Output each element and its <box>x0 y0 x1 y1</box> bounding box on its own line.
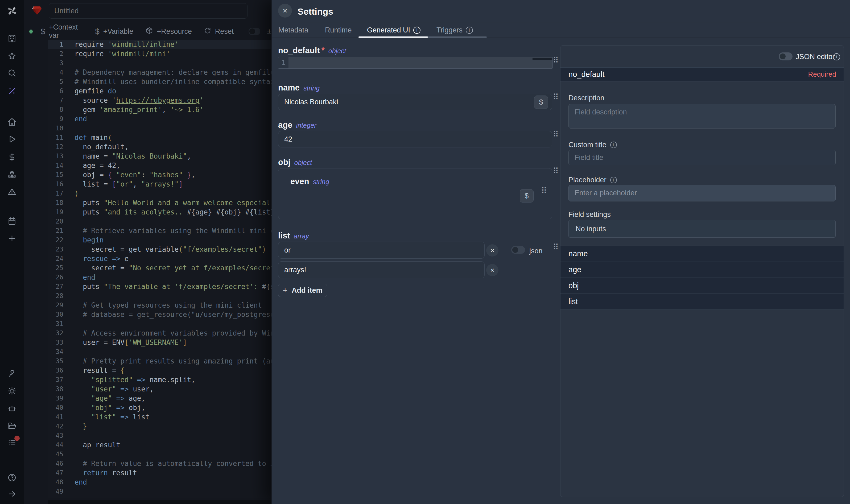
code-line: 27 puts "The variable at 'f/examples/sec… <box>48 282 295 291</box>
search-icon[interactable] <box>7 68 17 77</box>
plus-icon: + <box>283 286 287 295</box>
drag-handle-icon[interactable]: ⠿ <box>553 130 559 138</box>
list-item-input-0[interactable] <box>278 241 485 259</box>
add-resource-button[interactable]: +Resource <box>145 26 192 36</box>
field-row-name[interactable]: name <box>560 246 844 262</box>
field-row-age[interactable]: age <box>560 262 844 278</box>
insert-variable-button[interactable]: $ <box>520 189 533 202</box>
add-context-var-button[interactable]: $ +Context var <box>41 23 83 40</box>
status-dot <box>29 30 33 34</box>
field-label-name: name string <box>278 83 320 93</box>
diff-toggle[interactable] <box>249 28 260 35</box>
add-resource-label: +Resource <box>157 28 192 36</box>
bot-icon[interactable] <box>7 404 17 413</box>
list-item-input-1[interactable] <box>278 261 485 278</box>
home-icon[interactable] <box>7 118 17 126</box>
json-toggle-label: json <box>529 247 543 255</box>
arrow-right-icon[interactable] <box>7 489 17 499</box>
code-line: 48end <box>48 478 295 487</box>
code-line: 6gemfile do <box>48 87 295 96</box>
plus-icon[interactable] <box>7 234 17 243</box>
no-default-object-editor[interactable]: 1 <box>278 57 553 69</box>
drag-handle-icon[interactable]: ⠿ <box>553 243 559 251</box>
tab-generated-ui[interactable]: Generated UI i <box>367 26 420 34</box>
drag-handle-icon[interactable]: ⠿ <box>553 167 559 175</box>
dollar-icon[interactable] <box>7 153 17 162</box>
custom-title-label: Custom title i <box>568 141 617 149</box>
reset-icon <box>204 27 211 36</box>
age-field-input[interactable] <box>278 131 552 147</box>
windmill-logo-icon[interactable] <box>6 5 18 17</box>
dollar-icon: $ <box>95 27 100 36</box>
field-label-even: even string <box>290 177 329 186</box>
reset-button[interactable]: Reset <box>204 27 234 36</box>
runs-list-icon[interactable] <box>7 438 17 447</box>
diff-mode-icon[interactable]: ± <box>267 27 271 36</box>
code-line: 2require 'windmill/mini' <box>48 49 295 58</box>
folder-open-icon[interactable] <box>7 421 17 430</box>
field-inspector-panel: JSON editor i no_default Required Descri… <box>560 45 844 497</box>
code-line: 31 <box>48 319 295 329</box>
help-icon[interactable] <box>7 473 17 482</box>
json-editor-toggle[interactable] <box>779 52 793 60</box>
pyramid-icon[interactable] <box>7 187 17 196</box>
field-settings-label: Field settings <box>568 211 611 219</box>
json-toggle[interactable] <box>511 246 525 254</box>
code-line: 10 <box>48 124 295 133</box>
insert-variable-button[interactable]: $ <box>534 95 548 109</box>
editor-workspace: $ +Context var $ +Variable +Resource <box>24 0 271 504</box>
code-line: 37 "splitted" => name.split, <box>48 375 295 384</box>
code-line: 29 # Get typed resources using the mini … <box>48 301 295 310</box>
add-context-var-label: +Context var <box>49 23 83 40</box>
calendar-icon[interactable] <box>7 217 17 226</box>
remove-item-icon[interactable]: × <box>486 244 499 256</box>
code-editor[interactable]: 1require 'windmill/inline'2require 'wind… <box>48 40 295 498</box>
field-row-obj[interactable]: obj <box>560 278 844 294</box>
add-variable-button[interactable]: $ +Variable <box>95 27 133 36</box>
building-icon[interactable] <box>7 34 17 43</box>
package-icon <box>145 26 153 36</box>
script-title-input[interactable] <box>49 3 248 19</box>
info-icon: i <box>833 53 840 60</box>
add-item-button[interactable]: + Add item <box>278 284 327 297</box>
field-settings-box: No inputs <box>568 220 836 238</box>
field-label-no-default: no_default* object <box>278 46 346 55</box>
description-label: Description <box>568 94 604 102</box>
code-line: 34 <box>48 347 295 357</box>
code-line: 13 name = "Nicolas Bourbaki", <box>48 152 295 161</box>
description-textarea[interactable] <box>568 104 836 128</box>
drag-handle-icon[interactable]: ⠿ <box>553 93 559 101</box>
add-variable-label: +Variable <box>103 28 133 36</box>
triggers-tab-underline <box>428 36 487 38</box>
drag-handle-icon[interactable]: ⠿ <box>553 56 559 65</box>
json-editor-label: JSON editor <box>796 53 835 61</box>
field-row-list[interactable]: list <box>560 294 844 310</box>
star-icon[interactable] <box>7 52 17 61</box>
tab-metadata[interactable]: Metadata <box>278 26 308 34</box>
user-icon[interactable] <box>7 369 17 378</box>
field-label-obj: obj object <box>278 158 312 167</box>
drag-handle-icon[interactable]: ⠿ <box>541 187 547 195</box>
selected-field-row[interactable]: no_default Required <box>560 67 844 82</box>
code-line: 23 secret = get_variable("f/examples/sec… <box>48 245 295 254</box>
magic-wand-icon[interactable] <box>7 87 17 95</box>
code-line: 15 obj = { "even": "hashes" }, <box>48 170 295 180</box>
tab-runtime[interactable]: Runtime <box>325 26 352 34</box>
name-field-input[interactable] <box>278 94 552 110</box>
editor-line-number: 1 <box>278 57 288 68</box>
play-icon[interactable] <box>7 134 17 144</box>
code-line: 25 secret = "No secret yet at f/examples… <box>48 264 295 273</box>
tab-triggers[interactable]: Triggers i <box>436 26 473 34</box>
boxes-icon[interactable] <box>7 170 17 179</box>
gear-icon[interactable] <box>7 386 17 395</box>
editor-scroll-thumb[interactable] <box>532 58 552 60</box>
dollar-icon: $ <box>41 27 45 36</box>
placeholder-textarea[interactable] <box>568 185 836 201</box>
field-label-list: list array <box>278 231 309 240</box>
code-line: 1require 'windmill/inline' <box>48 40 295 49</box>
custom-title-input[interactable] <box>568 150 836 165</box>
close-icon[interactable]: × <box>278 4 292 18</box>
code-line: 38 "user" => user, <box>48 384 295 394</box>
notification-badge <box>14 436 20 441</box>
remove-item-icon[interactable]: × <box>486 264 499 276</box>
